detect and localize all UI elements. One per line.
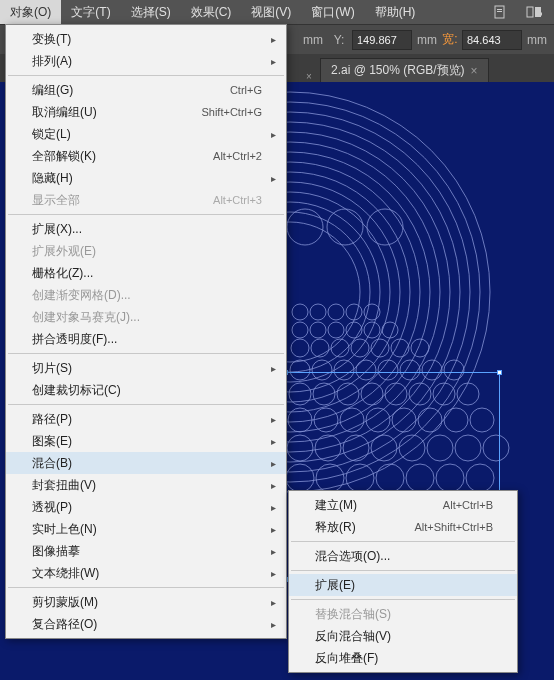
menu-help[interactable]: 帮助(H) bbox=[365, 0, 426, 24]
tab-prev-close[interactable]: × bbox=[300, 71, 320, 82]
object-menu-item[interactable]: 复合路径(O) bbox=[6, 613, 286, 635]
menu-select[interactable]: 选择(S) bbox=[121, 0, 181, 24]
menu-item-label: 扩展外观(E) bbox=[32, 243, 96, 260]
menu-item-label: 拼合透明度(F)... bbox=[32, 331, 117, 348]
object-menu-item[interactable]: 图像描摹 bbox=[6, 540, 286, 562]
menu-item-label: 锁定(L) bbox=[32, 126, 71, 143]
menu-type[interactable]: 文字(T) bbox=[61, 0, 120, 24]
object-menu-item[interactable]: 封套扭曲(V) bbox=[6, 474, 286, 496]
menubar: 对象(O) 文字(T) 选择(S) 效果(C) 视图(V) 窗口(W) 帮助(H… bbox=[0, 0, 554, 24]
svg-rect-2 bbox=[497, 11, 502, 12]
tab-label: 2.ai @ 150% (RGB/预览) bbox=[331, 62, 465, 79]
tab-close-icon[interactable]: × bbox=[471, 64, 478, 78]
document-tab[interactable]: 2.ai @ 150% (RGB/预览) × bbox=[320, 58, 489, 82]
menu-shortcut: Shift+Ctrl+G bbox=[201, 106, 262, 118]
object-menu-item[interactable]: 隐藏(H) bbox=[6, 167, 286, 189]
menu-item-label: 图像描摹 bbox=[32, 543, 80, 560]
menu-item-label: 取消编组(U) bbox=[32, 104, 97, 121]
svg-rect-1 bbox=[497, 9, 502, 10]
menu-item-label: 创建渐变网格(D)... bbox=[32, 287, 131, 304]
blend-submenu-item[interactable]: 扩展(E) bbox=[289, 574, 517, 596]
svg-point-26 bbox=[346, 304, 362, 320]
menu-item-label: 透视(P) bbox=[32, 499, 72, 516]
blend-submenu-item[interactable]: 混合选项(O)... bbox=[289, 545, 517, 567]
blend-submenu-item: 替换混合轴(S) bbox=[289, 603, 517, 625]
menu-effect[interactable]: 效果(C) bbox=[181, 0, 242, 24]
object-menu-item[interactable]: 变换(T) bbox=[6, 28, 286, 50]
w-field[interactable] bbox=[462, 30, 522, 50]
object-menu-item[interactable]: 锁定(L) bbox=[6, 123, 286, 145]
menu-item-label: 创建裁切标记(C) bbox=[32, 382, 121, 399]
object-menu-item[interactable]: 拼合透明度(F)... bbox=[6, 328, 286, 350]
menu-window[interactable]: 窗口(W) bbox=[301, 0, 364, 24]
object-menu-item[interactable]: 全部解锁(K)Alt+Ctrl+2 bbox=[6, 145, 286, 167]
menu-item-label: 变换(T) bbox=[32, 31, 71, 48]
object-menu-item[interactable]: 实时上色(N) bbox=[6, 518, 286, 540]
object-menu-item[interactable]: 剪切蒙版(M) bbox=[6, 591, 286, 613]
blend-submenu-item[interactable]: 建立(M)Alt+Ctrl+B bbox=[289, 494, 517, 516]
menu-separator bbox=[8, 404, 284, 405]
menu-separator bbox=[8, 75, 284, 76]
arrange-icon[interactable] bbox=[526, 4, 542, 20]
svg-point-33 bbox=[382, 322, 398, 338]
menu-shortcut: Alt+Ctrl+2 bbox=[213, 150, 262, 162]
menu-item-label: 栅格化(Z)... bbox=[32, 265, 93, 282]
menu-item-label: 创建对象马赛克(J)... bbox=[32, 309, 140, 326]
menu-item-label: 混合选项(O)... bbox=[315, 548, 390, 565]
svg-point-34 bbox=[291, 339, 309, 357]
menu-object[interactable]: 对象(O) bbox=[0, 0, 61, 24]
svg-point-40 bbox=[411, 339, 429, 357]
object-menu-item: 扩展外观(E) bbox=[6, 240, 286, 262]
object-menu-item[interactable]: 编组(G)Ctrl+G bbox=[6, 79, 286, 101]
object-menu-item[interactable]: 栅格化(Z)... bbox=[6, 262, 286, 284]
menu-item-label: 复合路径(O) bbox=[32, 616, 97, 633]
menu-shortcut: Alt+Shift+Ctrl+B bbox=[414, 521, 493, 533]
menu-item-label: 切片(S) bbox=[32, 360, 72, 377]
object-menu-item: 创建渐变网格(D)... bbox=[6, 284, 286, 306]
menu-item-label: 替换混合轴(S) bbox=[315, 606, 391, 623]
svg-point-39 bbox=[391, 339, 409, 357]
object-menu-item[interactable]: 切片(S) bbox=[6, 357, 286, 379]
object-menu-item[interactable]: 扩展(X)... bbox=[6, 218, 286, 240]
blend-submenu-item[interactable]: 反向混合轴(V) bbox=[289, 625, 517, 647]
menu-item-label: 释放(R) bbox=[315, 519, 356, 536]
object-menu-item[interactable]: 透视(P) bbox=[6, 496, 286, 518]
doc-icon[interactable] bbox=[492, 4, 508, 20]
menu-separator bbox=[8, 214, 284, 215]
menu-item-label: 路径(P) bbox=[32, 411, 72, 428]
menu-view[interactable]: 视图(V) bbox=[241, 0, 301, 24]
menu-item-label: 排列(A) bbox=[32, 53, 72, 70]
menu-item-label: 扩展(E) bbox=[315, 577, 355, 594]
object-menu-item[interactable]: 文本绕排(W) bbox=[6, 562, 286, 584]
svg-point-24 bbox=[310, 304, 326, 320]
menu-item-label: 图案(E) bbox=[32, 433, 72, 450]
menu-shortcut: Alt+Ctrl+3 bbox=[213, 194, 262, 206]
menu-item-label: 隐藏(H) bbox=[32, 170, 73, 187]
object-menu-item[interactable]: 创建裁切标记(C) bbox=[6, 379, 286, 401]
x-unit: mm bbox=[300, 33, 326, 47]
svg-point-7 bbox=[327, 209, 363, 245]
object-menu-item[interactable]: 取消编组(U)Shift+Ctrl+G bbox=[6, 101, 286, 123]
blend-submenu-item[interactable]: 释放(R)Alt+Shift+Ctrl+B bbox=[289, 516, 517, 538]
object-menu-item[interactable]: 混合(B) bbox=[6, 452, 286, 474]
object-menu-item[interactable]: 图案(E) bbox=[6, 430, 286, 452]
object-menu-item: 显示全部Alt+Ctrl+3 bbox=[6, 189, 286, 211]
object-menu-item[interactable]: 路径(P) bbox=[6, 408, 286, 430]
svg-point-29 bbox=[310, 322, 326, 338]
blend-submenu-item[interactable]: 反向堆叠(F) bbox=[289, 647, 517, 669]
y-label: Y: bbox=[330, 33, 348, 47]
menu-separator bbox=[8, 353, 284, 354]
menu-shortcut: Alt+Ctrl+B bbox=[443, 499, 493, 511]
selection-handle[interactable] bbox=[497, 370, 502, 375]
object-menu-item[interactable]: 排列(A) bbox=[6, 50, 286, 72]
svg-point-23 bbox=[292, 304, 308, 320]
y-field[interactable] bbox=[352, 30, 412, 50]
menu-item-label: 实时上色(N) bbox=[32, 521, 97, 538]
menu-item-label: 编组(G) bbox=[32, 82, 73, 99]
w-label: 宽: bbox=[442, 31, 458, 48]
menu-item-label: 建立(M) bbox=[315, 497, 357, 514]
object-menu-dropdown: 变换(T)排列(A)编组(G)Ctrl+G取消编组(U)Shift+Ctrl+G… bbox=[5, 24, 287, 639]
menu-item-label: 显示全部 bbox=[32, 192, 80, 209]
menu-separator bbox=[291, 541, 515, 542]
object-menu-item: 创建对象马赛克(J)... bbox=[6, 306, 286, 328]
